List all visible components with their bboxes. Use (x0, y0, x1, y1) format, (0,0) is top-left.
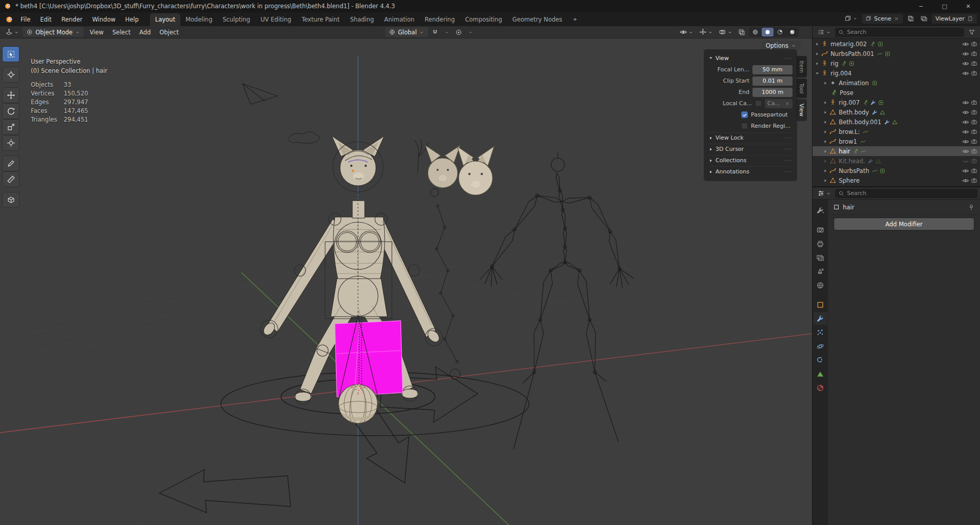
properties-tab-modifiers[interactable] (814, 312, 827, 325)
options-button[interactable]: Options (761, 41, 801, 50)
shading-solid-button[interactable] (762, 28, 774, 36)
npanel-section-collections[interactable]: Collections···· (708, 155, 793, 165)
snap-toggle[interactable] (429, 28, 441, 37)
workspace-tab-shading[interactable]: Shading (345, 13, 379, 26)
collapse-toggle-icon[interactable] (815, 71, 820, 76)
expand-toggle-icon[interactable] (815, 51, 820, 56)
hide-viewport-toggle[interactable] (962, 138, 969, 145)
outliner-item-nurbspath[interactable]: NurbsPath (813, 166, 980, 176)
properties-tab-material[interactable] (814, 381, 827, 394)
disable-render-toggle[interactable] (971, 119, 977, 125)
expand-toggle-icon[interactable] (823, 168, 828, 173)
outliner-filter-button[interactable] (966, 28, 977, 37)
modifier-icon[interactable] (868, 158, 874, 164)
outliner-item-brow-l[interactable]: brow.L: (813, 127, 980, 137)
disable-render-toggle[interactable] (971, 138, 977, 145)
viewport-menu-object[interactable]: Object (156, 27, 183, 37)
outliner-item-nurbspath-001[interactable]: NurbsPath.001 (813, 49, 980, 59)
disable-render-toggle[interactable] (971, 41, 977, 47)
properties-tab-world[interactable] (814, 279, 827, 291)
expand-toggle-icon[interactable] (823, 149, 828, 154)
view-section-header[interactable]: View ···· (708, 53, 793, 63)
expand-toggle-icon[interactable] (815, 61, 820, 66)
hide-viewport-toggle[interactable] (962, 148, 969, 155)
panel-grip[interactable]: ···· (784, 135, 793, 141)
tool-transform[interactable] (3, 135, 19, 150)
add-workspace-button[interactable]: ＋ (568, 13, 582, 26)
menu-help[interactable]: Help (121, 14, 143, 25)
properties-tab-view-layer[interactable] (814, 251, 827, 264)
outliner-item-brow1[interactable]: brow1 (813, 137, 980, 146)
expand-toggle-icon[interactable] (823, 120, 828, 125)
expand-toggle-icon[interactable] (823, 139, 828, 144)
disable-render-toggle[interactable] (971, 50, 977, 57)
expand-toggle-icon[interactable] (823, 178, 828, 183)
outliner-search-input[interactable]: Search (835, 28, 964, 37)
properties-tab-output[interactable] (814, 237, 827, 250)
workspace-tab-uv-editing[interactable]: UV Editing (255, 13, 296, 26)
shading-material-button[interactable] (774, 28, 786, 36)
npanel-section-view-lock[interactable]: View Lock···· (708, 132, 793, 143)
disable-render-toggle[interactable] (971, 70, 977, 76)
outliner-item-animation[interactable]: Animation (813, 78, 980, 88)
panel-grip[interactable]: ···· (784, 158, 793, 163)
action-icon[interactable] (878, 100, 884, 106)
workspace-tab-layout[interactable]: Layout (150, 13, 180, 26)
field-end[interactable]: 1000 m (752, 88, 793, 97)
outliner-item-sphere[interactable]: Sphere (813, 176, 980, 185)
npanel-section-3d-cursor[interactable]: 3D Cursor···· (708, 144, 793, 154)
hide-viewport-toggle[interactable] (962, 167, 969, 174)
disable-render-toggle[interactable] (971, 128, 977, 135)
expand-toggle-icon[interactable] (815, 42, 820, 47)
disable-render-toggle[interactable] (971, 99, 977, 106)
outliner-item-beth-body[interactable]: Beth.body (813, 107, 980, 117)
workspace-tab-modeling[interactable]: Modeling (180, 13, 217, 26)
mode-select[interactable]: Object Mode (23, 27, 84, 37)
new-viewlayer-icon[interactable] (967, 15, 973, 22)
viewport-menu-add[interactable]: Add (135, 27, 155, 37)
tool-cursor[interactable] (3, 67, 19, 82)
hide-viewport-toggle[interactable] (962, 99, 969, 106)
panel-grip[interactable]: ···· (784, 146, 793, 152)
tool-select-box[interactable] (3, 47, 19, 62)
workspace-tab-texture-paint[interactable]: Texture Paint (296, 13, 345, 26)
panel-grip[interactable]: ···· (784, 169, 793, 174)
snap-settings-button[interactable] (442, 29, 451, 36)
outliner-item-rig-007[interactable]: rig.007 (813, 98, 980, 107)
viewport[interactable]: User Perspective (0) Scene Collection | … (0, 38, 812, 525)
proportional-settings-button[interactable] (466, 29, 475, 36)
curve-data-icon[interactable] (872, 168, 878, 174)
close-button[interactable]: ✕ (956, 0, 980, 12)
modifier-icon[interactable] (870, 100, 876, 106)
maximize-button[interactable]: □ (933, 0, 956, 12)
shading-wireframe-button[interactable] (749, 28, 761, 36)
toggle-xray-button[interactable] (736, 28, 747, 37)
outliner-item-beth-body-001[interactable]: Beth.body.001 (813, 117, 980, 127)
properties-tab-constraints[interactable] (814, 354, 827, 366)
viewport-menu-select[interactable]: Select (108, 27, 135, 37)
editor-type-button[interactable] (3, 27, 21, 37)
expand-toggle-icon[interactable] (823, 81, 828, 86)
expand-toggle-icon[interactable] (823, 110, 828, 115)
outliner-item-rig-004[interactable]: rig.004 (813, 68, 980, 78)
hide-viewport-toggle[interactable] (962, 41, 969, 48)
menu-window[interactable]: Window (87, 14, 120, 25)
action-icon[interactable] (877, 41, 883, 47)
proportional-editing-toggle[interactable] (453, 28, 464, 37)
new-scene-button[interactable] (905, 14, 916, 23)
outliner-item-kit-head[interactable]: Kit.head. (813, 156, 980, 166)
scene-selector[interactable]: Scene (862, 14, 903, 24)
workspace-tab-animation[interactable]: Animation (379, 13, 420, 26)
unlink-scene-icon[interactable] (894, 16, 899, 22)
curve-data-icon[interactable] (877, 51, 883, 57)
curve-data-icon[interactable] (862, 129, 869, 135)
workspace-tab-sculpting[interactable]: Sculpting (217, 13, 255, 26)
clear-icon[interactable] (785, 101, 790, 106)
expand-toggle-icon[interactable] (823, 159, 828, 164)
expand-toggle-icon[interactable] (823, 129, 828, 134)
curve-data-icon[interactable] (860, 139, 866, 145)
npanel-tab-tool[interactable]: Tool (797, 79, 807, 98)
outliner-item-rig[interactable]: rig (813, 59, 980, 68)
disable-render-toggle[interactable] (971, 177, 977, 184)
hide-viewport-toggle[interactable] (962, 177, 969, 184)
